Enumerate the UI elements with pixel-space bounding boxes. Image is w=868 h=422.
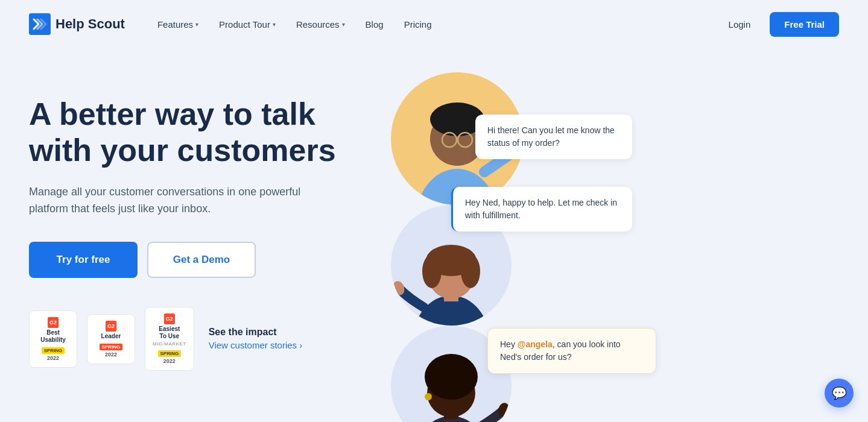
- hero-title: A better way to talk with your customers: [29, 96, 343, 169]
- nav-resources[interactable]: Resources ▾: [288, 14, 353, 34]
- logo-link[interactable]: Help Scout: [29, 13, 125, 35]
- navbar: Help Scout Features ▾ Product Tour ▾ Res…: [0, 0, 868, 48]
- svg-point-12: [422, 254, 442, 288]
- view-customer-stories-link[interactable]: View customer stories ›: [209, 340, 303, 350]
- badge-2-season: SPRING: [100, 344, 123, 350]
- badge-3-title: EasiestTo Use: [153, 326, 186, 340]
- chat-widget-icon: 💬: [832, 386, 847, 400]
- badges-area: G2 BestUsability SPRING 2022 G2 Leader S…: [29, 307, 379, 371]
- helpscout-logo-icon: [29, 13, 51, 35]
- badge-3-sub: Mid-Market: [153, 341, 186, 347]
- nav-right: Login Free Trial: [719, 12, 839, 37]
- try-for-free-button[interactable]: Try for free: [29, 242, 138, 278]
- g2-logo-2: G2: [106, 321, 116, 332]
- login-button[interactable]: Login: [719, 14, 761, 34]
- nav-pricing[interactable]: Pricing: [396, 14, 440, 34]
- badge-3-season: SPRING: [158, 350, 182, 357]
- mention-angela: @angela: [518, 339, 553, 349]
- svg-point-19: [425, 393, 432, 400]
- badge-1-title: BestUsability: [37, 329, 69, 344]
- badge-best-usability: G2 BestUsability SPRING 2022: [29, 310, 77, 368]
- logo-text: Help Scout: [55, 16, 125, 32]
- hero-buttons: Try for free Get a Demo: [29, 242, 379, 278]
- badge-1-year: 2022: [37, 355, 69, 361]
- hero-section: A better way to talk with your customers…: [0, 48, 868, 422]
- badge-2-year: 2022: [95, 351, 127, 357]
- chat-widget-button[interactable]: 💬: [825, 379, 854, 408]
- badge-leader: G2 Leader SPRING 2022: [87, 314, 135, 364]
- badge-1-season: SPRING: [42, 347, 65, 354]
- product-tour-chevron-icon: ▾: [273, 21, 276, 28]
- chat-bubble-3: Hey @angela, can you look into Ned's ord…: [487, 328, 656, 374]
- g2-logo-3: G2: [164, 313, 175, 324]
- free-trial-button[interactable]: Free Trial: [770, 12, 839, 37]
- badge-3-year: 2022: [153, 358, 186, 364]
- get-demo-button[interactable]: Get a Demo: [147, 242, 256, 278]
- impact-area: See the impact View customer stories ›: [209, 327, 303, 351]
- nav-blog[interactable]: Blog: [357, 14, 392, 34]
- chat-bubble-2: Hey Ned, happy to help. Let me check in …: [451, 187, 632, 231]
- hero-subtitle: Manage all your customer conversations i…: [29, 183, 306, 218]
- svg-point-18: [425, 354, 478, 400]
- nav-product-tour[interactable]: Product Tour ▾: [211, 14, 284, 34]
- hero-illustration: Hi there! Can you let me know the status…: [391, 72, 839, 422]
- svg-rect-0: [29, 13, 51, 35]
- g2-logo-1: G2: [48, 317, 59, 328]
- badge-2-title: Leader: [95, 333, 127, 340]
- impact-title: See the impact: [209, 327, 303, 338]
- badge-easiest-to-use: G2 EasiestTo Use Mid-Market SPRING 2022: [145, 307, 194, 371]
- features-chevron-icon: ▾: [195, 21, 198, 28]
- resources-chevron-icon: ▾: [342, 21, 345, 28]
- chat-bubble-1: Hi there! Can you let me know the status…: [475, 115, 632, 159]
- hero-content: A better way to talk with your customers…: [29, 72, 379, 371]
- svg-point-13: [461, 254, 480, 288]
- nav-features[interactable]: Features ▾: [149, 14, 207, 34]
- nav-links: Features ▾ Product Tour ▾ Resources ▾ Bl…: [149, 14, 719, 34]
